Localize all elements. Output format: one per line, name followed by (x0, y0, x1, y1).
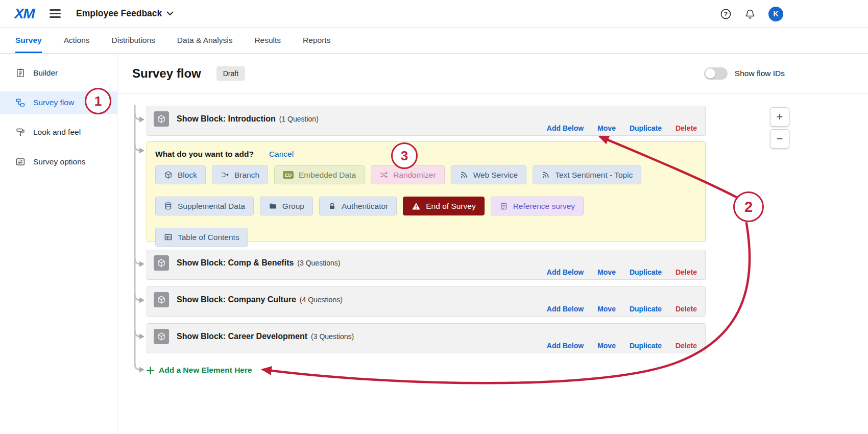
show-flow-ids-toggle[interactable] (704, 67, 728, 80)
cancel-link[interactable]: Cancel (269, 150, 294, 159)
block-question-count: (1 Question) (279, 115, 319, 123)
survey-flow-icon (15, 98, 26, 108)
table-of-contents-icon (164, 233, 173, 242)
zoom-controls: + − (770, 107, 789, 149)
top-bar: XM Employee Feedback ? K (0, 0, 868, 28)
show-flow-ids-control: Show flow IDs (704, 67, 785, 80)
delete-link[interactable]: Delete (676, 305, 697, 313)
embedded-data-button[interactable]: EDEmbedded Data (274, 165, 365, 184)
delete-link[interactable]: Delete (676, 342, 697, 350)
builder-icon (15, 68, 26, 78)
duplicate-link[interactable]: Duplicate (630, 342, 662, 350)
tab-results[interactable]: Results (254, 28, 281, 53)
end-of-survey-button[interactable]: End of Survey (403, 197, 484, 215)
flow-body: Show Block: Introduction(1 Question)Add … (117, 93, 868, 434)
sidebar-item-label: Builder (33, 68, 58, 78)
block-title: Show Block: Company Culture (177, 295, 296, 304)
randomizer-button[interactable]: Randomizer (371, 165, 445, 184)
block-button[interactable]: Block (155, 165, 206, 184)
supplemental-data-icon (164, 202, 173, 210)
text-sentiment-icon (541, 171, 550, 179)
web-service-button[interactable]: Web Service (451, 165, 527, 184)
block-actions: Add BelowMoveDuplicateDelete (547, 124, 697, 132)
xm-logo: XM (14, 6, 34, 22)
table-of-contents-button[interactable]: Table of Contents (155, 228, 248, 247)
sidebar-item-look-and-feel[interactable]: Look and feel (0, 121, 117, 143)
zoom-in-button[interactable]: + (770, 107, 789, 127)
flow-block: Show Block: Company Culture(4 Questions)… (147, 286, 706, 317)
tab-actions[interactable]: Actions (64, 28, 90, 53)
block-title: Show Block: Career Development (177, 332, 307, 341)
block-question-count: (4 Questions) (300, 296, 343, 304)
block-question-count: (3 Questions) (297, 259, 340, 267)
add-below-link[interactable]: Add Below (547, 342, 584, 350)
tab-reports[interactable]: Reports (303, 28, 330, 53)
move-link[interactable]: Move (597, 124, 616, 132)
branch-icon (221, 171, 229, 179)
text-sentiment-topic-button[interactable]: Text Sentiment - Topic (533, 165, 641, 184)
help-icon[interactable]: ? (720, 8, 732, 20)
show-flow-ids-label: Show flow IDs (735, 69, 785, 78)
add-element-panel: What do you want to add? Cancel BlockBra… (147, 141, 706, 242)
sidebar-nav: BuilderSurvey flowLook and feelSurvey op… (0, 54, 117, 434)
status-badge: Draft (216, 66, 245, 81)
topbar-right: ? K (720, 0, 783, 28)
web-service-icon (460, 171, 468, 179)
add-below-link[interactable]: Add Below (547, 305, 584, 313)
tab-distributions[interactable]: Distributions (112, 28, 155, 53)
move-link[interactable]: Move (597, 342, 616, 350)
block-icon (164, 171, 173, 179)
authenticator-button[interactable]: Authenticator (319, 197, 397, 215)
sidebar-item-builder[interactable]: Builder (0, 62, 117, 84)
tab-survey[interactable]: Survey (15, 28, 42, 53)
duplicate-link[interactable]: Duplicate (630, 268, 662, 276)
flow-block: Show Block: Introduction(1 Question)Add … (147, 106, 706, 136)
duplicate-link[interactable]: Duplicate (630, 305, 662, 313)
page-title: Survey flow (132, 66, 201, 81)
add-panel-header: What do you want to add? Cancel (155, 150, 697, 159)
authenticator-icon (328, 202, 336, 210)
flow-blocks-top: Show Block: Introduction(1 Question)Add … (147, 106, 706, 136)
add-below-link[interactable]: Add Below (547, 124, 584, 132)
block-actions: Add BelowMoveDuplicateDelete (547, 268, 697, 276)
randomizer-icon (379, 171, 388, 179)
survey-options-icon (15, 157, 26, 167)
reference-survey-button[interactable]: Reference survey (491, 197, 584, 215)
svg-text:?: ? (724, 10, 728, 17)
notifications-bell-icon[interactable] (744, 8, 756, 19)
add-new-element-label: Add a New Element Here (159, 366, 252, 375)
flow-block: Show Block: Career Development(3 Questio… (147, 323, 706, 353)
sidebar-item-label: Survey options (33, 157, 86, 166)
hamburger-menu-icon[interactable] (50, 9, 61, 18)
block-question-count: (3 Questions) (311, 332, 354, 341)
block-cube-icon (154, 111, 169, 127)
tab-data-analysis[interactable]: Data & Analysis (177, 28, 233, 53)
move-link[interactable]: Move (597, 305, 616, 313)
add-new-element-link[interactable]: Add a New Element Here (147, 366, 252, 375)
branch-button[interactable]: Branch (212, 165, 268, 184)
main-content: Survey flow Draft Show flow IDs (117, 54, 868, 434)
zoom-out-button[interactable]: − (770, 129, 789, 149)
add-below-link[interactable]: Add Below (547, 268, 584, 276)
block-title: Show Block: Comp & Benefits (177, 258, 294, 268)
end-of-survey-icon (412, 202, 421, 211)
toggle-knob (705, 68, 715, 79)
nav-tabs: SurveyActionsDistributionsData & Analysi… (0, 28, 868, 54)
survey-flow-page: XM Employee Feedback ? K SurveyActionsDi… (0, 0, 868, 434)
move-link[interactable]: Move (597, 268, 616, 276)
chevron-down-icon (166, 11, 174, 16)
supplemental-data-button[interactable]: Supplemental Data (155, 197, 254, 215)
look-and-feel-icon (15, 127, 26, 137)
sidebar-item-survey-flow[interactable]: Survey flow (0, 91, 117, 114)
block-cube-icon (154, 255, 169, 271)
sidebar-item-label: Survey flow (33, 98, 74, 107)
duplicate-link[interactable]: Duplicate (630, 124, 662, 132)
group-button[interactable]: Group (260, 197, 313, 215)
flow-blocks-bottom: Show Block: Comp & Benefits(3 Questions)… (147, 250, 706, 353)
user-avatar[interactable]: K (768, 7, 783, 21)
project-dropdown[interactable]: Employee Feedback (76, 8, 174, 19)
delete-link[interactable]: Delete (676, 124, 697, 132)
flow-column: Show Block: Introduction(1 Question)Add … (147, 106, 706, 375)
sidebar-item-survey-options[interactable]: Survey options (0, 151, 117, 173)
delete-link[interactable]: Delete (676, 268, 697, 276)
